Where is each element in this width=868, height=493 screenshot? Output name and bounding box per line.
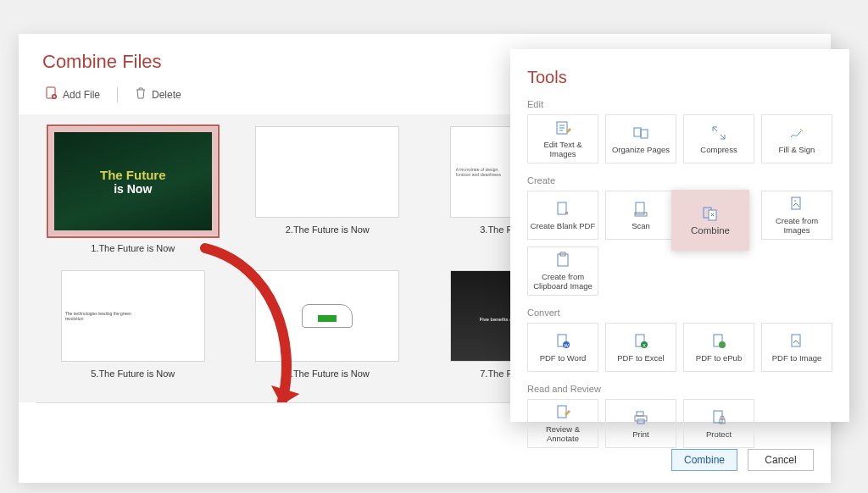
tool-label: Create from Images xyxy=(764,216,830,235)
tool-label: Edit Text & Images xyxy=(530,140,596,158)
caption-5: 5.The Future is Now xyxy=(91,368,175,379)
tool-create-from-clipboard[interactable]: Create from Clipboard Image xyxy=(527,246,598,296)
footer-buttons: Combine Cancel xyxy=(671,449,814,471)
thumbnail-5[interactable]: The technologies leading the green revol… xyxy=(61,270,205,362)
add-file-button[interactable]: Add File xyxy=(42,83,103,106)
tool-scan[interactable]: Scan xyxy=(605,191,676,240)
group-create-label: Create xyxy=(527,175,832,186)
add-file-icon xyxy=(46,86,58,102)
thumbnail-6[interactable] xyxy=(255,270,399,362)
thumb-1-line2: is Now xyxy=(114,182,152,196)
tool-label: Compress xyxy=(700,145,737,154)
trash-icon xyxy=(135,86,147,102)
group-edit: Edit Text & Images Organize Pages Compre… xyxy=(527,114,832,163)
caption-2: 2.The Future is Now xyxy=(286,224,370,235)
tool-pdf-to-excel[interactable]: XPDF to Excel xyxy=(605,323,676,372)
tool-label: Create Blank PDF xyxy=(531,221,596,230)
tool-label: PDF to Word xyxy=(540,353,587,363)
thumbnail-2[interactable] xyxy=(255,126,399,218)
thumb-cell-5[interactable]: The technologies leading the green revol… xyxy=(41,270,225,382)
svg-rect-4 xyxy=(641,130,648,138)
group-review-label: Read and Review xyxy=(527,384,832,394)
tool-label: Organize Pages xyxy=(612,145,670,154)
group-edit-label: Edit xyxy=(527,99,832,109)
tool-label: Combine xyxy=(691,225,730,235)
svg-point-21 xyxy=(719,341,726,348)
tool-label: PDF to Image xyxy=(772,353,822,363)
svg-rect-24 xyxy=(637,412,643,416)
tool-create-blank-pdf[interactable]: Create Blank PDF xyxy=(527,191,598,240)
svg-rect-25 xyxy=(635,416,647,421)
svg-text:W: W xyxy=(564,343,569,348)
tool-label: Protect xyxy=(706,429,732,439)
group-convert: WPDF to Word XPDF to Excel PDF to ePub P… xyxy=(527,323,832,372)
tool-create-from-images[interactable]: Create from Images xyxy=(761,191,832,240)
svg-text:X: X xyxy=(643,343,646,348)
tool-print[interactable]: Print xyxy=(605,399,676,448)
tool-label: Fill & Sign xyxy=(779,145,815,154)
tools-title: Tools xyxy=(527,68,832,87)
tool-protect[interactable]: Protect xyxy=(683,399,754,448)
cancel-button[interactable]: Cancel xyxy=(748,449,814,471)
tool-fill-sign[interactable]: Fill & Sign xyxy=(761,114,832,163)
svg-point-9 xyxy=(794,200,796,202)
toolbar-separator xyxy=(117,87,118,102)
tool-review-annotate[interactable]: Review & Annotate xyxy=(527,399,598,448)
tools-panel: Tools Edit Edit Text & Images Organize P… xyxy=(510,49,849,422)
tool-compress[interactable]: Compress xyxy=(683,114,754,163)
tool-pdf-to-word[interactable]: WPDF to Word xyxy=(527,323,598,372)
add-file-label: Add File xyxy=(63,89,100,101)
tool-label: Print xyxy=(632,429,649,439)
tool-organize-pages[interactable]: Organize Pages xyxy=(605,114,676,163)
tool-label: Create from Clipboard Image xyxy=(530,272,596,291)
combine-button[interactable]: Combine xyxy=(671,449,737,471)
caption-6: 6.The Future is Now xyxy=(286,368,370,379)
thumbnail-1[interactable]: The Future is Now xyxy=(48,126,218,236)
thumb-1-line1: The Future xyxy=(100,168,166,182)
tool-label: PDF to Excel xyxy=(617,353,664,363)
delete-button[interactable]: Delete xyxy=(131,83,185,106)
tool-label: PDF to ePub xyxy=(696,353,742,363)
svg-rect-3 xyxy=(634,128,641,136)
svg-rect-5 xyxy=(558,202,566,214)
thumb-cell-1[interactable]: The Future is Now 1.The Future is Now xyxy=(41,126,225,257)
group-review: Review & Annotate Print Protect xyxy=(527,399,832,448)
svg-rect-23 xyxy=(558,406,566,418)
tool-label: Scan xyxy=(632,221,650,230)
tool-label: Review & Annotate xyxy=(530,424,596,443)
thumb-cell-6[interactable]: 6.The Future is Now xyxy=(236,270,420,382)
tool-pdf-to-epub[interactable]: PDF to ePub xyxy=(683,323,754,372)
tool-edit-text-images[interactable]: Edit Text & Images xyxy=(527,114,598,163)
group-convert-label: Convert xyxy=(527,307,832,318)
caption-1: 1.The Future is Now xyxy=(91,243,175,253)
thumb-cell-2[interactable]: 2.The Future is Now xyxy=(236,126,420,257)
tool-pdf-to-image[interactable]: PDF to Image xyxy=(761,323,832,372)
delete-label: Delete xyxy=(152,89,181,101)
tool-combine[interactable]: Combine xyxy=(671,190,749,251)
